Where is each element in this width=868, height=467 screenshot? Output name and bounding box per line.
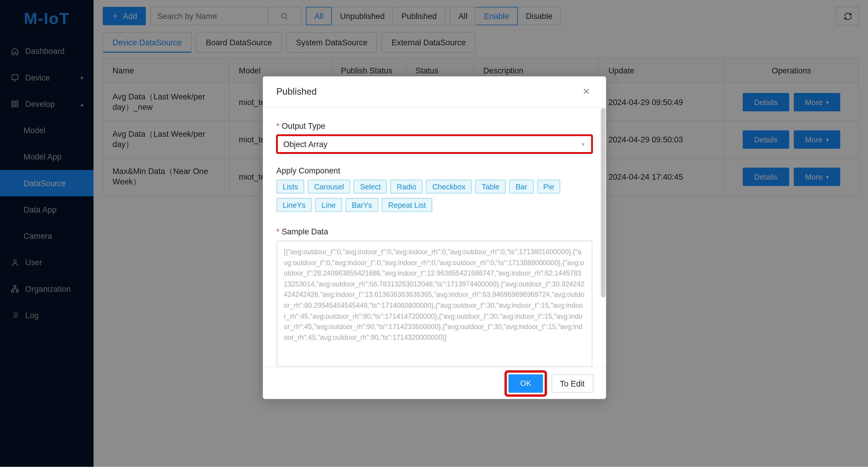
ok-button[interactable]: OK <box>509 374 543 392</box>
component-tag[interactable]: Checkbox <box>426 180 472 194</box>
published-modal: Published ✕ Output Type Object Array ▾ A… <box>263 76 606 399</box>
component-tag[interactable]: BarYs <box>345 198 378 212</box>
component-tag[interactable]: Table <box>475 180 506 194</box>
sample-data-label: Sample Data <box>276 227 592 236</box>
output-type-value: Object Array <box>283 139 327 149</box>
component-tags: ListsCarouselSelectRadioCheckboxTableBar… <box>276 180 592 216</box>
sample-data-box[interactable]: [{"avg:outdoor_t":0,"avg:indoor_t":0,"av… <box>276 241 592 367</box>
component-tag[interactable]: LineYs <box>276 198 312 212</box>
component-tag[interactable]: Repeat List <box>382 198 432 212</box>
close-icon[interactable]: ✕ <box>581 86 592 97</box>
modal-title: Published <box>276 86 316 97</box>
output-type-label: Output Type <box>276 121 592 130</box>
to-edit-button[interactable]: To Edit <box>552 374 593 392</box>
component-tag[interactable]: Lists <box>276 180 304 194</box>
component-tag[interactable]: Pie <box>537 180 560 194</box>
component-tag[interactable]: Radio <box>391 180 423 194</box>
component-tag[interactable]: Bar <box>509 180 533 194</box>
component-tag[interactable]: Line <box>315 198 342 212</box>
component-tag[interactable]: Select <box>354 180 387 194</box>
apply-component-label: Apply Component <box>276 166 592 175</box>
chevron-down-icon: ▾ <box>582 140 585 148</box>
output-type-select[interactable]: Object Array ▾ <box>276 135 592 153</box>
component-tag[interactable]: Carousel <box>308 180 350 194</box>
modal-scrollbar[interactable] <box>600 108 605 367</box>
